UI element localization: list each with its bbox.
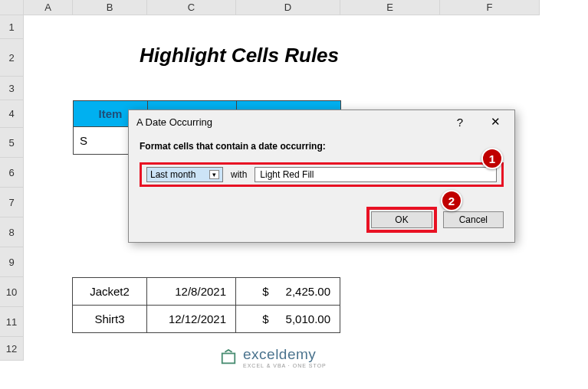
svg-rect-0 [222,353,235,363]
row-header-6[interactable]: 6 [0,158,24,188]
ok-button[interactable]: OK [371,211,432,228]
ok-highlight: OK [366,207,436,233]
dialog-title: A Date Occurring [136,116,451,128]
annotation-1: 1 [481,148,503,169]
column-headers: A B C D E F [24,0,540,15]
help-icon[interactable]: ? [451,116,469,129]
chevron-down-icon[interactable]: ▾ [209,170,219,179]
row-header-12[interactable]: 12 [0,337,24,361]
with-label: with [231,169,247,180]
dialog-label: Format cells that contain a date occurri… [140,141,504,152]
row-header-10[interactable]: 10 [0,277,24,307]
col-header-E[interactable]: E [340,0,440,15]
cell-sales[interactable]: $5,010.00 [236,306,340,333]
period-combobox[interactable]: Last month ▾ [146,167,223,182]
watermark-brand: exceldemy [243,346,327,363]
table-row: Jacket2 12/8/2021 $2,425.00 [73,278,340,306]
format-value: Light Red Fill [260,169,314,180]
row-header-11[interactable]: 11 [0,307,24,337]
close-icon[interactable]: ✕ [485,115,507,129]
dialog-inputs-row: Last month ▾ with Light Red Fill [140,162,504,187]
row-header-5[interactable]: 5 [0,128,24,158]
annotation-2: 2 [441,190,462,211]
row-header-3[interactable]: 3 [0,77,24,100]
col-header-D[interactable]: D [236,0,340,15]
row-header-2[interactable]: 2 [0,39,24,77]
format-combobox[interactable]: Light Red Fill [255,167,497,182]
row-header-9[interactable]: 9 [0,247,24,277]
exceldemy-logo-icon [220,349,237,366]
date-occurring-dialog: A Date Occurring ? ✕ Format cells that c… [128,110,515,243]
row-headers: 1 2 3 4 5 6 7 8 9 10 11 12 [0,15,24,361]
watermark: exceldemy EXCEL & VBA · ONE STOP [220,346,327,368]
data-table-lower: Jacket2 12/8/2021 $2,425.00 Shirt3 12/12… [72,277,340,333]
dialog-titlebar[interactable]: A Date Occurring ? ✕ [129,110,514,133]
row-header-8[interactable]: 8 [0,217,24,247]
cell-item[interactable]: Shirt3 [73,306,147,333]
col-header-B[interactable]: B [73,0,147,15]
cell-date[interactable]: 12/12/2021 [147,306,236,333]
col-header-F[interactable]: F [440,0,540,15]
cell-date[interactable]: 12/8/2021 [147,278,236,306]
col-header-A[interactable]: A [24,0,73,15]
row-header-1[interactable]: 1 [0,15,24,39]
cancel-button[interactable]: Cancel [443,211,504,228]
page-title: Highlight Cells Rules [140,44,339,67]
select-all-corner[interactable] [0,0,24,15]
row-header-4[interactable]: 4 [0,100,24,128]
period-value: Last month [150,169,195,180]
table-row: Shirt3 12/12/2021 $5,010.00 [73,306,340,333]
cell-item[interactable]: Jacket2 [73,278,147,306]
col-header-C[interactable]: C [147,0,236,15]
row-header-7[interactable]: 7 [0,188,24,217]
cell-sales[interactable]: $2,425.00 [236,278,340,306]
watermark-subtitle: EXCEL & VBA · ONE STOP [243,363,327,368]
